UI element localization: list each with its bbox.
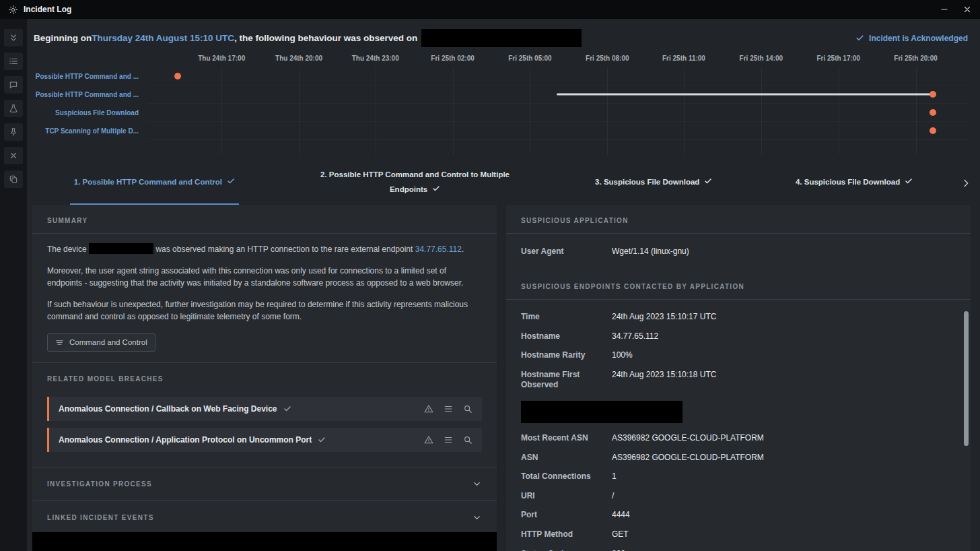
related-breaches-heading: RELATED MODEL BREACHES <box>47 375 164 383</box>
check-icon <box>905 176 913 184</box>
suspicious-endpoints-rows: Time 24th Aug 2023 15:10:17 UTC Hostname… <box>506 300 971 551</box>
kv-row-uri: URI / <box>521 486 956 506</box>
breach-label: Anomalous Connection / Callback on Web F… <box>59 404 277 414</box>
axis-tick-label: Fri 25th 14:00 <box>740 55 783 62</box>
redacted-footer-bar <box>32 532 497 551</box>
app-logo-icon <box>8 5 18 15</box>
summary-paragraph-3: If such behaviour is unexpected, further… <box>47 298 482 323</box>
kv-row-user-agent: User Agent Wget/1.14 (linux-gnu) <box>521 242 956 261</box>
summary-body: The device was observed making an HTTP c… <box>32 234 497 362</box>
redacted-device-name-inline <box>89 243 153 254</box>
kv-key: Status Code <box>521 549 612 551</box>
kv-value: / <box>612 491 614 502</box>
check-icon <box>432 183 440 191</box>
kv-value: GET <box>612 529 629 540</box>
kv-key: User Agent <box>521 247 612 257</box>
check-icon <box>227 176 235 184</box>
timeline-event-dot[interactable] <box>174 73 181 79</box>
list-icon <box>9 57 18 66</box>
sidebar-copy-button[interactable] <box>4 170 23 188</box>
kv-value: AS396982 GOOGLE-CLOUD-PLATFORM <box>612 433 764 444</box>
kv-row-redacted <box>521 395 956 429</box>
timeline-event-dot[interactable] <box>930 91 936 98</box>
incident-summary-sentence: Beginning on Thursday 24th August 15:10 … <box>34 29 582 47</box>
tab-3-suspicious-file-download[interactable]: 3. Suspicious File Download <box>591 162 716 205</box>
kv-key: HTTP Method <box>521 529 612 540</box>
sidebar-list-button[interactable] <box>4 53 23 70</box>
check-icon <box>283 405 291 413</box>
sidebar-comment-button[interactable] <box>4 76 23 94</box>
kv-key: Total Connections <box>521 472 612 482</box>
pin-icon <box>9 127 18 137</box>
timeline-row-label[interactable]: TCP Scanning of Multiple D... <box>27 122 139 140</box>
kv-key: Hostname <box>521 331 612 342</box>
sidebar-close-button[interactable] <box>4 147 23 164</box>
kv-key: Time <box>521 312 612 323</box>
sidebar-flask-button[interactable] <box>4 100 23 117</box>
menu-icon[interactable] <box>444 404 453 414</box>
search-icon[interactable] <box>463 404 473 414</box>
search-icon[interactable] <box>463 435 473 445</box>
menu-icon[interactable] <box>444 435 453 445</box>
double-chevron-down-icon <box>9 33 18 42</box>
window-title: Incident Log <box>24 5 71 14</box>
kv-key: URI <box>521 491 612 502</box>
kv-row-hostname: Hostname 34.77.65.112 <box>521 327 956 346</box>
related-breaches-section-header: RELATED MODEL BREACHES <box>32 362 497 391</box>
kv-value: 200 <box>612 549 625 551</box>
scrollbar-thumb[interactable] <box>964 311 969 446</box>
linked-incident-events-heading: LINKED INCIDENT EVENTS <box>47 514 154 521</box>
kv-value: 34.77.65.112 <box>612 331 658 342</box>
sidebar <box>0 19 27 551</box>
tabs-next-button[interactable] <box>954 162 977 205</box>
breach-row-application-protocol-on-uncommon-port[interactable]: Anomalous Connection / Application Proto… <box>47 428 482 452</box>
timeline-event-dot[interactable] <box>930 127 936 134</box>
axis-tick-label: Fri 25th 17:00 <box>816 55 860 62</box>
linked-incident-events-accordion[interactable]: LINKED INCIDENT EVENTS <box>32 500 497 534</box>
kv-value: 4444 <box>612 510 630 521</box>
sidebar-pin-button[interactable] <box>4 123 23 141</box>
kv-row-total-connections: Total Connections 1 <box>521 467 956 487</box>
timeline-event-dot[interactable] <box>930 109 936 116</box>
endpoint-ip-link[interactable]: 34.77.65.112 <box>415 245 462 254</box>
x-icon <box>9 151 18 160</box>
sidebar-collapse-button[interactable] <box>4 29 23 46</box>
investigation-process-accordion[interactable]: INVESTIGATION PROCESS <box>32 467 497 500</box>
kv-key: Port <box>521 510 612 521</box>
suspicious-endpoints-section-header: SUSPICIOUS ENDPOINTS CONTACTED BY APPLIC… <box>506 271 971 300</box>
incident-date-link[interactable]: Thursday 24th August 15:10 UTC <box>92 33 234 43</box>
kv-row-most-recent-asn: Most Recent ASN AS396982 GOOGLE-CLOUD-PL… <box>521 429 956 449</box>
axis-tick-label: Thu 24th 17:00 <box>198 55 245 62</box>
breach-row-callback-on-web-facing-device[interactable]: Anomalous Connection / Callback on Web F… <box>47 397 482 421</box>
summary-paragraph-1: The device was observed making an HTTP c… <box>47 243 482 256</box>
alert-triangle-icon[interactable] <box>424 404 433 414</box>
tab-4-suspicious-file-download[interactable]: 4. Suspicious File Download <box>792 162 917 205</box>
kv-row-hostname-first-observed: Hostname First Observed 24th Aug 2023 15… <box>521 365 956 395</box>
kv-key: Hostname Rarity <box>521 350 612 361</box>
axis-tick-label: Fri 25th 05:00 <box>508 55 551 62</box>
kv-key: Hostname First Observed <box>521 370 612 391</box>
timeline-rows <box>147 67 969 140</box>
minimize-icon[interactable] <box>940 5 949 14</box>
summary-p1-end: . <box>462 245 464 254</box>
close-icon[interactable] <box>963 5 972 14</box>
tab-2-possible-http-command-and-control-multiple-endpoints[interactable]: 2. Possible HTTP Command and Control to … <box>314 162 516 205</box>
tab-1-possible-http-command-and-control[interactable]: 1. Possible HTTP Command and Control <box>70 162 239 205</box>
kv-row-status-code: Status Code 200 <box>521 544 956 551</box>
kv-value: 24th Aug 2023 15:10:18 UTC <box>612 370 716 381</box>
summary-p1-before: The device <box>47 245 89 254</box>
timeline-row-label[interactable]: Possible HTTP Command and ... <box>27 86 139 104</box>
timeline-row-label[interactable]: Possible HTTP Command and ... <box>27 67 139 86</box>
incident-acknowledged-toggle[interactable]: Incident is Acknowledged <box>855 34 968 43</box>
tab-label: 1. Possible HTTP Command and Control <box>74 178 222 186</box>
left-panel: SUMMARY The device was observed making a… <box>32 205 497 551</box>
window-controls <box>940 5 972 14</box>
alert-triangle-icon[interactable] <box>424 435 433 445</box>
timeline-row-labels: Possible HTTP Command and ... Possible H… <box>27 51 147 156</box>
timeline-row-track <box>147 67 969 86</box>
kv-row-port: Port 4444 <box>521 506 956 525</box>
tag-label: Command and Control <box>69 338 147 346</box>
timeline-row-label[interactable]: Suspicious File Download <box>27 104 139 122</box>
command-and-control-tag[interactable]: Command and Control <box>47 333 155 352</box>
axis-tick-label: Thu 24th 23:00 <box>352 55 399 62</box>
